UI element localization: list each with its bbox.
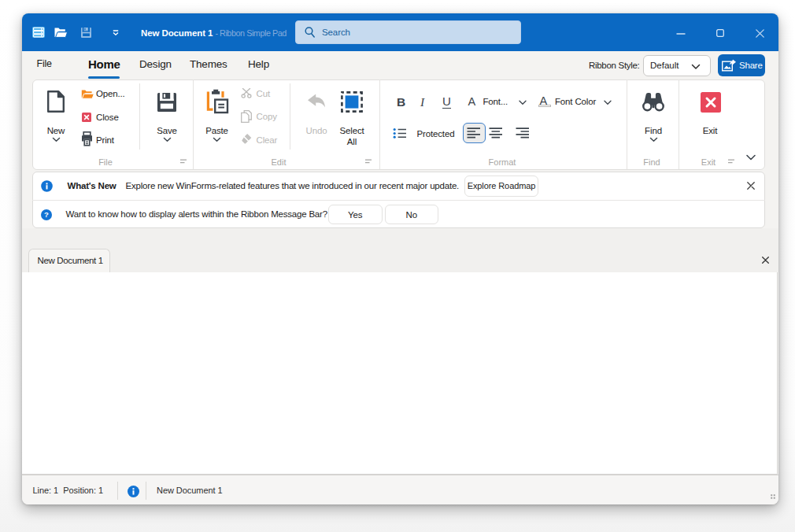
svg-text:?: ? [44, 210, 49, 219]
